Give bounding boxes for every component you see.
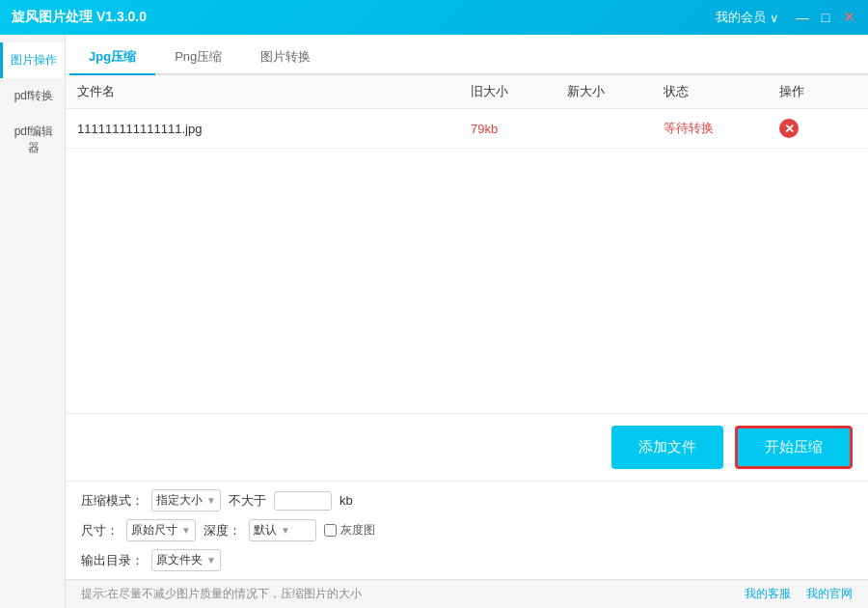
footer-hint: 提示:在尽量不减少图片质量的情况下，压缩图片的大小	[81, 586, 362, 602]
grayscale-checkbox[interactable]	[324, 524, 337, 537]
tab-png[interactable]: Png压缩	[155, 41, 241, 75]
customer-service-link[interactable]: 我的客服	[745, 586, 791, 602]
close-button[interactable]: ✕	[841, 10, 856, 25]
start-compress-button[interactable]: 开始压缩	[735, 426, 853, 469]
col-filename: 文件名	[77, 83, 471, 100]
chevron-down-icon: ▼	[181, 525, 191, 536]
chevron-down-icon: ▼	[206, 555, 216, 566]
action-bar: 添加文件 开始压缩	[66, 413, 868, 481]
depth-select[interactable]: 默认 ▼	[249, 519, 316, 541]
restore-button[interactable]: □	[818, 10, 833, 25]
tab-jpg[interactable]: Jpg压缩	[69, 41, 155, 75]
title-bar-right: 我的会员 ∨ — □ ✕	[716, 9, 856, 26]
delete-row-button[interactable]: ✕	[779, 119, 799, 138]
app-body: 图片操作 pdf转换 pdf编辑器 Jpg压缩 Png压缩 图片转换 文件	[0, 35, 868, 608]
compression-mode-row: 压缩模式： 指定大小 ▼ 不大于 kb	[81, 489, 853, 511]
table-body: 111111111111111.jpg 79kb 等待转换 ✕	[66, 109, 868, 413]
tab-bar: Jpg压缩 Png压缩 图片转换	[66, 35, 868, 75]
official-site-link[interactable]: 我的官网	[806, 586, 853, 602]
size-input[interactable]	[274, 491, 332, 511]
output-dir-value: 原文件夹	[156, 552, 203, 568]
add-file-button[interactable]: 添加文件	[611, 426, 723, 469]
compression-mode-select[interactable]: 指定大小 ▼	[151, 489, 221, 511]
window-controls: — □ ✕	[795, 10, 856, 25]
compression-mode-label: 压缩模式：	[81, 492, 144, 510]
size-value: 原始尺寸	[131, 522, 177, 539]
col-status: 状态	[664, 83, 779, 100]
col-newsize: 新大小	[567, 83, 664, 100]
depth-value: 默认	[254, 522, 277, 539]
tab-convert[interactable]: 图片转换	[241, 41, 330, 75]
main-content: Jpg压缩 Png压缩 图片转换 文件名 旧大小 新大小 状态 操作 11	[66, 35, 868, 608]
table-header: 文件名 旧大小 新大小 状态 操作	[66, 75, 868, 109]
sidebar-item-pdf-editor[interactable]: pdf编辑器	[0, 114, 65, 166]
title-bar: 旋风图片处理 V1.3.0.0 我的会员 ∨ — □ ✕	[0, 0, 868, 35]
app-title: 旋风图片处理 V1.3.0.0	[12, 9, 147, 26]
output-dir-row: 输出目录： 原文件夹 ▼	[81, 549, 853, 571]
col-oldsize: 旧大小	[471, 83, 567, 100]
cell-action: ✕	[779, 119, 856, 138]
footer: 提示:在尽量不减少图片质量的情况下，压缩图片的大小 我的客服 我的官网	[66, 579, 868, 608]
col-action: 操作	[779, 83, 856, 100]
chevron-down-icon: ▼	[206, 495, 216, 506]
no-more-than-label: 不大于	[229, 492, 266, 510]
size-select[interactable]: 原始尺寸 ▼	[126, 519, 196, 541]
cell-status: 等待转换	[664, 120, 779, 137]
size-label: 尺寸：	[81, 522, 119, 539]
depth-label: 深度：	[203, 522, 241, 539]
compression-mode-value: 指定大小	[156, 492, 203, 509]
cell-oldsize: 79kb	[471, 122, 567, 136]
member-button[interactable]: 我的会员 ∨	[716, 9, 779, 26]
table-row: 111111111111111.jpg 79kb 等待转换 ✕	[66, 109, 868, 149]
member-label: 我的会员	[716, 9, 766, 26]
settings-bar: 压缩模式： 指定大小 ▼ 不大于 kb 尺寸： 原始尺寸 ▼ 深度： 默认 ▼	[66, 481, 868, 579]
grayscale-label: 灰度图	[340, 522, 375, 539]
size-depth-row: 尺寸： 原始尺寸 ▼ 深度： 默认 ▼ 灰度图	[81, 519, 853, 541]
output-dir-label: 输出目录：	[81, 552, 144, 569]
file-list-area: 文件名 旧大小 新大小 状态 操作 111111111111111.jpg 79…	[66, 75, 868, 413]
chevron-down-icon: ▼	[281, 525, 290, 536]
size-unit-label: kb	[339, 493, 353, 508]
cell-filename: 111111111111111.jpg	[77, 122, 471, 136]
sidebar: 图片操作 pdf转换 pdf编辑器	[0, 35, 66, 608]
grayscale-checkbox-label[interactable]: 灰度图	[324, 522, 375, 539]
output-dir-select[interactable]: 原文件夹 ▼	[151, 549, 221, 571]
chevron-down-icon: ∨	[770, 11, 779, 25]
sidebar-item-pdf-convert[interactable]: pdf转换	[0, 78, 65, 114]
minimize-button[interactable]: —	[795, 10, 810, 25]
footer-links: 我的客服 我的官网	[745, 586, 853, 602]
sidebar-item-image-ops[interactable]: 图片操作	[0, 42, 65, 78]
